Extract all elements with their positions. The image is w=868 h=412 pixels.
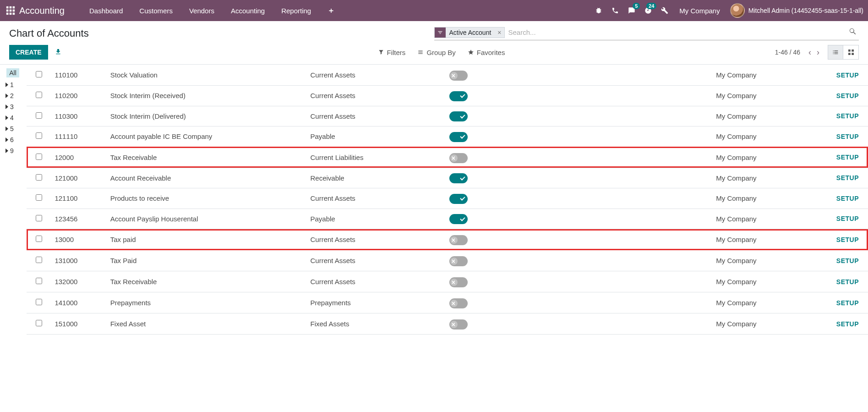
facet-remove[interactable]: × bbox=[495, 27, 504, 38]
setup-button[interactable]: SETUP bbox=[824, 209, 868, 229]
table-row[interactable]: 151000Fixed AssetFixed AssetsMy CompanyS… bbox=[27, 313, 868, 335]
user-menu[interactable]: Mitchell Admin (14452455-saas-15-1-all) bbox=[726, 3, 863, 18]
view-kanban-button[interactable] bbox=[843, 45, 859, 60]
reconcile-toggle[interactable] bbox=[449, 173, 468, 183]
tree-node[interactable]: 4 bbox=[5, 112, 25, 123]
row-checkbox[interactable] bbox=[36, 92, 42, 98]
phone-icon[interactable] bbox=[607, 0, 623, 21]
row-checkbox[interactable] bbox=[36, 132, 42, 139]
table-row[interactable]: 141000PrepaymentsPrepaymentsMy CompanySE… bbox=[27, 292, 868, 313]
pager-next[interactable]: › bbox=[817, 48, 819, 57]
bug-icon[interactable] bbox=[590, 0, 607, 21]
table-row[interactable]: 110200Stock Interim (Received)Current As… bbox=[27, 86, 868, 106]
pager-prev[interactable]: ‹ bbox=[808, 48, 811, 57]
reconcile-toggle[interactable] bbox=[449, 71, 468, 81]
setup-button[interactable]: SETUP bbox=[824, 65, 868, 86]
row-checkbox[interactable] bbox=[36, 174, 42, 181]
pager[interactable]: 1-46 / 46 bbox=[775, 49, 800, 56]
table-row[interactable]: 121000Account ReceivableReceivableMy Com… bbox=[27, 168, 868, 188]
reconcile-toggle[interactable] bbox=[449, 319, 468, 330]
setup-button[interactable]: SETUP bbox=[824, 126, 868, 147]
nav-item-vendors[interactable]: Vendors bbox=[181, 0, 223, 21]
reconcile-toggle[interactable] bbox=[449, 298, 468, 308]
row-checkbox[interactable] bbox=[36, 299, 42, 305]
setup-button[interactable]: SETUP bbox=[824, 250, 868, 271]
tree-node[interactable]: 1 bbox=[5, 79, 25, 90]
caret-icon bbox=[5, 148, 8, 153]
table-row[interactable]: 110300Stock Interim (Delivered)Current A… bbox=[27, 106, 868, 126]
reconcile-toggle[interactable] bbox=[449, 256, 468, 266]
row-checkbox[interactable] bbox=[36, 215, 42, 221]
table-row[interactable]: 111110Account payable IC BE CompanyPayab… bbox=[27, 126, 868, 147]
create-button[interactable]: CREATE bbox=[9, 45, 48, 60]
filters-button[interactable]: Filters bbox=[378, 49, 406, 56]
setup-button[interactable]: SETUP bbox=[824, 313, 868, 335]
reconcile-toggle[interactable] bbox=[449, 153, 468, 163]
account-company: My Company bbox=[712, 86, 824, 106]
messages-icon[interactable]: 5 bbox=[623, 0, 640, 21]
table-row[interactable]: 13000Tax paidCurrent AssetsMy CompanySET… bbox=[27, 229, 868, 250]
company-selector[interactable]: My Company bbox=[673, 7, 726, 15]
row-checkbox[interactable] bbox=[36, 194, 42, 201]
row-checkbox[interactable] bbox=[36, 320, 42, 326]
tree-node[interactable]: 3 bbox=[5, 101, 25, 112]
app-title[interactable]: Accounting bbox=[19, 5, 65, 16]
tree-node[interactable]: 2 bbox=[5, 90, 25, 101]
row-checkbox[interactable] bbox=[36, 278, 42, 284]
account-name: Products to receive bbox=[107, 188, 307, 209]
setup-button[interactable]: SETUP bbox=[824, 229, 868, 250]
search-bar[interactable]: Active Account × bbox=[434, 27, 859, 40]
favorites-button[interactable]: Favorites bbox=[468, 49, 505, 56]
account-type: Fixed Assets bbox=[307, 313, 446, 335]
table-row[interactable]: 110100Stock ValuationCurrent AssetsMy Co… bbox=[27, 65, 868, 86]
import-button[interactable] bbox=[55, 48, 62, 57]
reconcile-toggle[interactable] bbox=[449, 111, 468, 121]
setup-button[interactable]: SETUP bbox=[824, 292, 868, 313]
reconcile-toggle[interactable] bbox=[449, 277, 468, 287]
reconcile-toggle[interactable] bbox=[449, 214, 468, 224]
setup-button[interactable]: SETUP bbox=[824, 271, 868, 292]
nav-item-accounting[interactable]: Accounting bbox=[223, 0, 273, 21]
account-type: Prepayments bbox=[307, 292, 446, 313]
row-checkbox[interactable] bbox=[36, 257, 42, 263]
account-code: 13000 bbox=[51, 229, 106, 250]
nav-item-dashboard[interactable]: Dashboard bbox=[81, 0, 131, 21]
groupby-button[interactable]: Group By bbox=[417, 49, 455, 56]
search-icon[interactable] bbox=[847, 27, 859, 37]
tree-all[interactable]: All bbox=[6, 68, 19, 77]
account-name: Tax paid bbox=[107, 229, 307, 250]
account-name: Tax Paid bbox=[107, 250, 307, 271]
reconcile-toggle[interactable] bbox=[449, 132, 468, 142]
activities-icon[interactable]: 24 bbox=[640, 0, 656, 21]
view-list-button[interactable] bbox=[828, 45, 843, 60]
row-checkbox[interactable] bbox=[36, 236, 42, 242]
table-row[interactable]: 121100Products to receiveCurrent AssetsM… bbox=[27, 188, 868, 209]
tree-node[interactable]: 5 bbox=[5, 123, 25, 134]
table-row[interactable]: 12000Tax ReceivableCurrent LiabilitiesMy… bbox=[27, 147, 868, 168]
reconcile-toggle[interactable] bbox=[449, 235, 468, 245]
setup-button[interactable]: SETUP bbox=[824, 188, 868, 209]
row-checkbox[interactable] bbox=[36, 112, 42, 119]
setup-button[interactable]: SETUP bbox=[824, 147, 868, 168]
reconcile-toggle[interactable] bbox=[449, 91, 468, 101]
table-row[interactable]: 123456Account Payslip HouserentalPayable… bbox=[27, 209, 868, 229]
svg-rect-4 bbox=[10, 10, 12, 12]
setup-button[interactable]: SETUP bbox=[824, 86, 868, 106]
reconcile-toggle[interactable] bbox=[449, 194, 468, 204]
account-name: Stock Valuation bbox=[107, 65, 307, 86]
nav-item-customers[interactable]: Customers bbox=[131, 0, 181, 21]
apps-icon[interactable] bbox=[5, 5, 16, 16]
tree-node[interactable]: 9 bbox=[5, 145, 25, 156]
setup-button[interactable]: SETUP bbox=[824, 168, 868, 188]
tree-node[interactable]: 6 bbox=[5, 134, 25, 145]
table-row[interactable]: 132000Tax ReceivableCurrent AssetsMy Com… bbox=[27, 271, 868, 292]
nav-add[interactable]: ＋ bbox=[319, 0, 343, 21]
row-checkbox[interactable] bbox=[36, 154, 42, 160]
row-checkbox[interactable] bbox=[36, 71, 42, 77]
table-row[interactable]: 131000Tax PaidCurrent AssetsMy CompanySE… bbox=[27, 250, 868, 271]
nav-item-reporting[interactable]: Reporting bbox=[273, 0, 319, 21]
tools-icon[interactable] bbox=[656, 0, 673, 21]
search-input[interactable] bbox=[505, 27, 847, 38]
setup-button[interactable]: SETUP bbox=[824, 106, 868, 126]
account-type: Current Assets bbox=[307, 106, 446, 126]
